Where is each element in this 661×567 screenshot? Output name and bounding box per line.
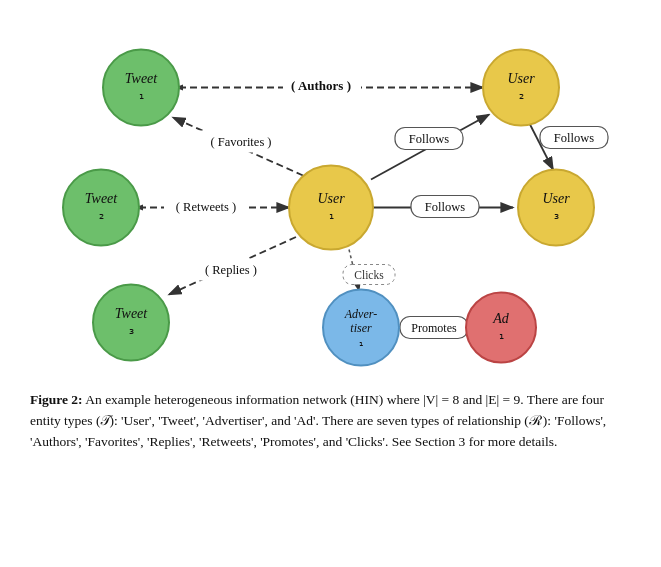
promotes-label: Promotes: [411, 321, 457, 335]
follows-user1-user2-label: Follows: [408, 132, 448, 146]
follows-user2-user3-label: Follows: [553, 131, 593, 145]
replies-label: ( Replies ): [204, 263, 256, 277]
tweet1-sub: ₁: [138, 87, 143, 102]
clicks-label: Clicks: [354, 269, 384, 281]
follows-user1-user3-label: Follows: [424, 200, 464, 214]
diagram-container: User2 --> ( Authors ) ( Favorites ) Twee…: [21, 20, 641, 380]
tweet2-label: Tweet: [84, 191, 118, 206]
favorites-label: ( Favorites ): [210, 135, 271, 149]
tweet2-sub: ₂: [98, 207, 103, 222]
tweet3-label: Tweet: [114, 306, 148, 321]
diagram-svg: User2 --> ( Authors ) ( Favorites ) Twee…: [21, 20, 641, 380]
advertiser1-sub: ₁: [359, 336, 363, 348]
retweets-label: ( Retweets ): [175, 200, 235, 214]
figure-label: Figure 2:: [30, 392, 83, 407]
advertiser1-label1: Adver-: [343, 307, 376, 321]
user2-sub: ₂: [518, 87, 523, 102]
advertiser1-label2: tiser: [350, 321, 372, 335]
user1-label: User: [317, 191, 345, 206]
user2-label: User: [507, 71, 535, 86]
tweet3-sub: ₃: [128, 322, 133, 337]
ad1-label: Ad: [492, 311, 510, 326]
ad1-sub: ₁: [498, 327, 503, 342]
user3-label: User: [542, 191, 570, 206]
figure-caption: Figure 2: An example heterogeneous infor…: [20, 390, 641, 453]
tweet1-label: Tweet: [124, 71, 158, 86]
user1-sub: ₁: [328, 207, 333, 222]
caption-text: An example heterogeneous information net…: [30, 392, 606, 449]
user3-sub: ₃: [553, 207, 558, 222]
authors-label: ( Authors ): [291, 78, 351, 93]
